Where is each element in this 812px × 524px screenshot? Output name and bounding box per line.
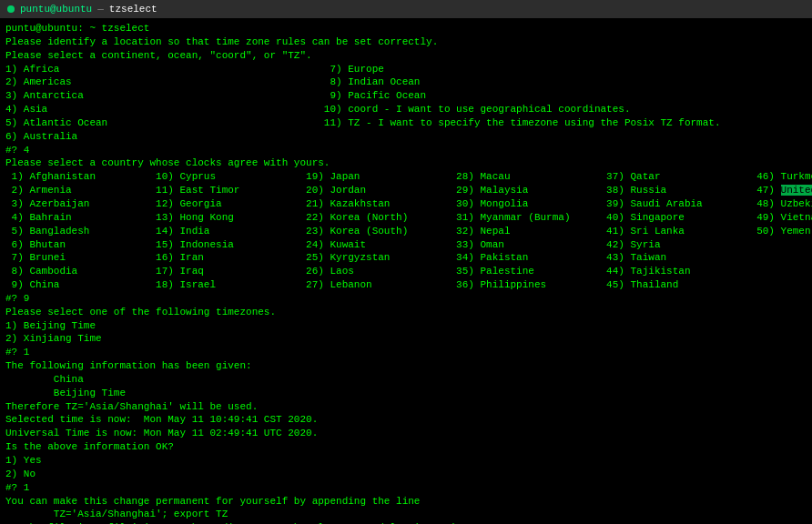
terminal-line: 6) Australia — [5, 130, 807, 144]
terminal-window: puntu@ubuntu — tzselect puntu@ubuntu: ~ … — [0, 0, 812, 524]
title-sep: — — [97, 4, 104, 15]
terminal-line: #? 4 — [5, 144, 807, 157]
terminal-line: 1) Africa 7) Europe — [5, 63, 807, 76]
title-text: puntu@ubuntu — [20, 4, 92, 15]
terminal-line: 2) Armenia 11) East Timor 20) Jordan 29)… — [5, 184, 807, 197]
terminal-line: 4) Asia 10) coord - I want to use geogra… — [5, 103, 807, 116]
terminal-line: 5) Atlantic Ocean 11) TZ - I want to spe… — [5, 116, 807, 130]
terminal-line: #? 9 — [5, 292, 807, 306]
terminal-line: Therefore TZ='Asia/Shanghai' will be use… — [5, 400, 807, 414]
terminal-line: 8) Cambodia 17) Iraq 26) Laos 35) Palest… — [5, 265, 807, 278]
terminal-line: 5) Bangladesh 14) India 23) Korea (South… — [5, 225, 807, 238]
title-cmd: tzselect — [109, 4, 157, 15]
terminal-line: Please identify a location so that time … — [5, 35, 807, 49]
terminal-line: Is the above information OK? — [5, 440, 807, 454]
terminal-line: 2) No — [5, 468, 807, 481]
terminal-line: 9) China 18) Israel 27) Lebanon 36) Phil… — [5, 278, 807, 292]
terminal-line: China — [5, 373, 807, 387]
terminal-line: 6) Bhutan 15) Indonesia 24) Kuwait 33) O… — [5, 238, 807, 252]
terminal-line: Please select a continent, ocean, "coord… — [5, 49, 807, 63]
terminal-line: 1) Beijing Time — [5, 319, 807, 333]
terminal-line: 1) Yes — [5, 454, 807, 468]
terminal-line: 3) Antarctica 9) Pacific Ocean — [5, 89, 807, 103]
terminal-line: 3) Azerbaijan 12) Georgia 21) Kazakhstan… — [5, 197, 807, 211]
terminal-line: Beijing Time — [5, 387, 807, 400]
terminal-line: You can make this change permanent for y… — [5, 495, 807, 509]
title-bar: puntu@ubuntu — tzselect — [0, 0, 812, 18]
terminal-line: Selected time is now: Mon May 11 10:49:4… — [5, 413, 807, 427]
terminal-line: Please select a country whose clocks agr… — [5, 156, 807, 170]
terminal-content[interactable]: puntu@ubuntu: ~ tzselect Please identify… — [0, 18, 812, 524]
terminal-line: 1) Afghanistan 10) Cyprus 19) Japan 28) … — [5, 170, 807, 184]
terminal-line: TZ='Asia/Shanghai'; export TZ — [5, 508, 807, 521]
terminal-line: Universal Time is now: Mon May 11 02:49:… — [5, 427, 807, 440]
terminal-line: 2) Xinjiang Time — [5, 332, 807, 346]
title-dot — [7, 5, 15, 13]
terminal-line: 4) Bahrain 13) Hong Kong 22) Korea (Nort… — [5, 211, 807, 225]
terminal-line: #? 1 — [5, 481, 807, 495]
terminal-line: Please select one of the following timez… — [5, 306, 807, 319]
terminal-line: puntu@ubuntu: ~ tzselect — [5, 22, 807, 35]
terminal-line: #? 1 — [5, 346, 807, 359]
terminal-line: 2) Americas 8) Indian Ocean — [5, 76, 807, 89]
highlighted-text: United Arab Emirates — [781, 185, 812, 196]
terminal-line: The following information has been given… — [5, 359, 807, 373]
terminal-line: 7) Brunei 16) Iran 25) Kyrgyzstan 34) Pa… — [5, 251, 807, 265]
